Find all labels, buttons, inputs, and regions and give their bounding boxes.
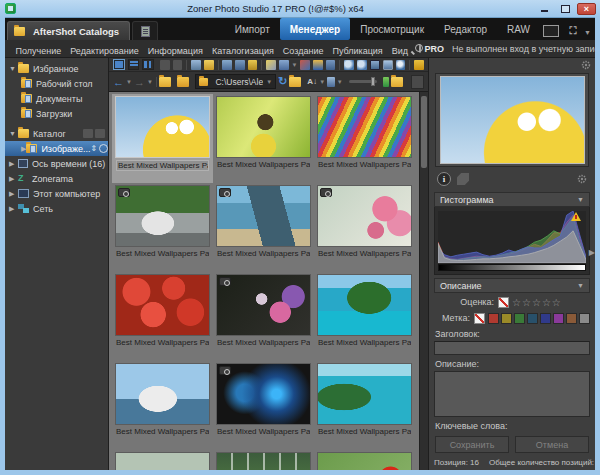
thumbnail-image-ship[interactable] [116, 364, 209, 424]
description-section-header[interactable]: Описание ▼ [434, 278, 590, 293]
save-button[interactable]: Сохранить [435, 436, 509, 453]
zoom-out-icon[interactable] [357, 60, 367, 70]
path-caret-icon[interactable]: ▼ [266, 79, 272, 85]
add-folder-icon[interactable] [83, 129, 93, 138]
thumbnail-image-speaker[interactable] [217, 364, 310, 424]
up-folder-icon[interactable] [159, 77, 171, 87]
sidebar-item-desktop[interactable]: Рабочий стол [5, 76, 108, 91]
mode-tab-импорт[interactable]: Импорт [225, 18, 280, 40]
sidebar-item-favorites[interactable]: ▼ Избранное [5, 61, 108, 76]
color-label-swatch[interactable] [566, 313, 577, 324]
sidebar-item-downloads[interactable]: Загрузки [5, 106, 108, 121]
rating-stars[interactable]: ☆☆☆☆☆ [512, 297, 562, 308]
zoom-fit-icon[interactable] [383, 60, 393, 70]
thumbnail-image-city[interactable] [116, 453, 209, 470]
info-tab-icon[interactable]: i [437, 172, 451, 186]
email-icon[interactable] [204, 60, 214, 70]
thumbnail-size-slider[interactable] [349, 80, 377, 83]
thumbnail-cell-waterfall[interactable]: Best Mixed Wallpapers Pack #3... [213, 450, 314, 470]
thumbnail-cell-butterfly[interactable]: Best Mixed Wallpapers Pack #3... [213, 94, 314, 183]
mode-tab-raw[interactable]: RAW [497, 18, 540, 40]
back-caret-icon[interactable]: ▼ [126, 79, 132, 85]
reorder-icon[interactable]: ⇕ [91, 144, 100, 153]
thumbnail-image-redflower[interactable] [318, 453, 411, 470]
folder-view-icon[interactable] [414, 60, 424, 70]
sidebar-item-catalog[interactable]: ▼ Каталог [5, 126, 108, 141]
sync-icon[interactable] [99, 144, 108, 153]
refresh-icon[interactable]: ↻ [278, 75, 287, 88]
menu-публикация[interactable]: Публикация [328, 46, 387, 56]
thumbnail-cell-beach[interactable]: Best Mixed Wallpapers Pack #3... [213, 183, 314, 272]
preview-image[interactable] [441, 77, 584, 163]
view-tiles-button[interactable] [142, 59, 154, 70]
description-input[interactable] [434, 371, 590, 417]
print-icon[interactable] [191, 60, 201, 70]
path-combobox[interactable]: C:\Users\Ale ▼ [195, 74, 276, 89]
histogram-section-header[interactable]: Гистограмма ▼ [434, 192, 590, 207]
thumbnail-image-pencils[interactable] [318, 97, 411, 157]
batch-icon[interactable] [326, 60, 336, 70]
sort-icon[interactable]: A↓ [307, 77, 317, 86]
fullscreen-icon[interactable]: ⛶ [565, 25, 581, 37]
cancel-button[interactable]: Отмена [515, 436, 589, 453]
expander-icon[interactable]: ▶ [9, 160, 18, 168]
thumbnail-cell-redflower[interactable]: Best Mixed Wallpapers Pack #3... [314, 450, 415, 470]
quick-folder-icon[interactable] [391, 77, 403, 87]
edit-icon[interactable] [266, 60, 276, 70]
thumbnail-image-blossom[interactable] [318, 186, 411, 246]
sidebar-item-images[interactable]: ▶ Изображе... ⇕ [5, 141, 108, 156]
slideshow-icon[interactable] [222, 60, 232, 70]
filter-button[interactable] [411, 75, 424, 89]
zoom-100-icon[interactable] [370, 60, 380, 70]
thumbnail-image-butterfly[interactable] [217, 97, 310, 157]
scrollbar-thumb[interactable] [421, 96, 427, 168]
sort-caret-icon[interactable]: ▼ [319, 79, 325, 85]
thumbnail-cell-ship[interactable]: Best Mixed Wallpapers Pack #3... [112, 361, 213, 450]
thumbnail-cell-car[interactable]: Best Mixed Wallpapers Pack #3... [112, 183, 213, 272]
thumbnail-cell-blossom[interactable]: Best Mixed Wallpapers Pack #3... [314, 183, 415, 272]
slider-handle[interactable] [371, 77, 375, 86]
collapse-caret-icon[interactable]: ▼ [577, 196, 584, 203]
color-label-swatch[interactable] [514, 313, 525, 324]
sidebar-item-network[interactable]: ▶ Сеть [5, 201, 108, 216]
info-gear-icon[interactable] [577, 174, 587, 184]
menu-вид[interactable]: Вид [387, 46, 412, 56]
color-label-swatch[interactable] [579, 313, 590, 324]
preview-icon[interactable] [173, 60, 183, 70]
collapse-caret-icon[interactable]: ▼ [577, 282, 584, 289]
back-icon[interactable]: ← [113, 75, 124, 89]
thumbnail-image-waterfall[interactable] [217, 453, 310, 470]
color-label-swatch[interactable] [527, 313, 538, 324]
thumbnail-image-strawberry[interactable] [116, 275, 209, 335]
mode-tab-просмотрщик[interactable]: Просмотрщик [350, 18, 434, 40]
thumbnail-cell-island[interactable]: Best Mixed Wallpapers Pack #3... [314, 272, 415, 361]
second-display-icon[interactable] [543, 25, 559, 37]
view-thumbnails-button[interactable] [113, 59, 125, 70]
forward-icon[interactable]: → [134, 75, 145, 89]
minimize-button[interactable] [535, 3, 554, 15]
copy-icon[interactable] [235, 60, 245, 70]
expander-icon[interactable]: ▼ [9, 65, 18, 72]
resize-icon[interactable] [300, 60, 310, 70]
expander-icon[interactable]: ▶ [9, 175, 18, 183]
grid-scrollbar[interactable] [419, 92, 428, 470]
title-input[interactable] [434, 341, 590, 355]
thumbnail-cell-minion[interactable]: Best Mixed Wallpapers Pack #3... [112, 94, 213, 183]
panel-gear-icon[interactable] [581, 60, 591, 70]
menu-создание[interactable]: Создание [278, 46, 328, 56]
menu-информация[interactable]: Информация [143, 46, 207, 56]
browse-folder-icon[interactable] [177, 77, 189, 87]
sidebar-item-documents[interactable]: Документы [5, 91, 108, 106]
maximize-button[interactable] [556, 3, 575, 15]
thumbnail-cell-city[interactable]: Best Mixed Wallpapers Pack #3... [112, 450, 213, 470]
sidebar-item-computer[interactable]: ▶ Этот компьютер [5, 186, 108, 201]
image-info-icon[interactable] [383, 77, 389, 87]
sidebar-item-zonerama[interactable]: ▶ Z Zonerama [5, 171, 108, 186]
thumbnail-image-minion[interactable] [116, 97, 209, 157]
thumbnail-cell-strawberry[interactable]: Best Mixed Wallpapers Pack #3... [112, 272, 213, 361]
thumbnail-cell-bouquet[interactable]: Best Mixed Wallpapers Pack #3... [213, 272, 314, 361]
thumbnail-cell-pencils[interactable]: Best Mixed Wallpapers Pack #3... [314, 94, 415, 183]
expander-icon[interactable]: ▶ [9, 205, 18, 213]
close-button[interactable]: × [577, 3, 596, 15]
color-label-swatch[interactable] [501, 313, 512, 324]
